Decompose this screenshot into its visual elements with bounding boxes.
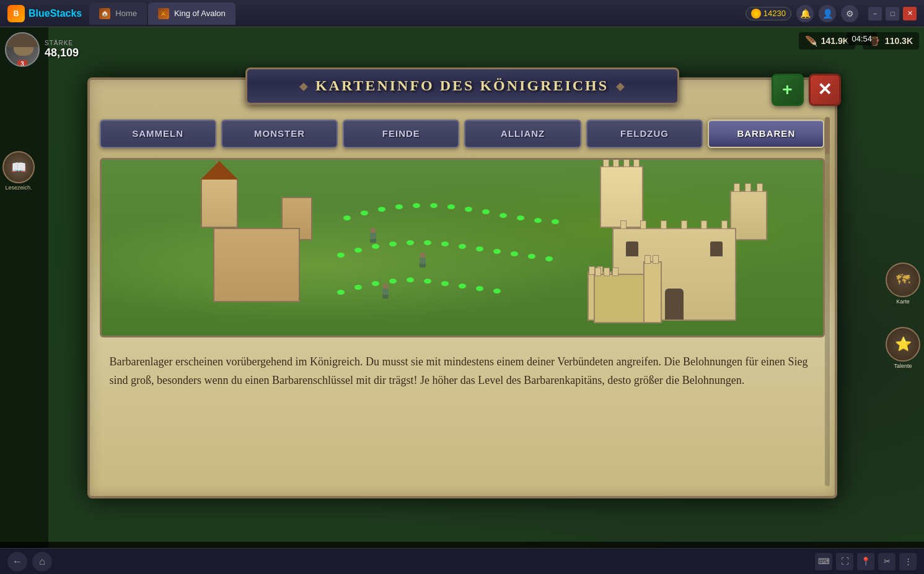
dot-9 bbox=[482, 209, 490, 214]
more-button[interactable]: ⋮ bbox=[899, 553, 917, 570]
fullscreen-button[interactable]: ⛶ bbox=[836, 553, 853, 570]
close-button[interactable]: ✕ bbox=[903, 7, 917, 20]
dot-16 bbox=[372, 244, 379, 249]
battlement bbox=[633, 159, 640, 167]
dot-29 bbox=[372, 281, 379, 286]
minimize-button[interactable]: − bbox=[868, 7, 882, 20]
dot-34 bbox=[459, 284, 466, 289]
dot-7 bbox=[447, 204, 455, 209]
app-name: BlueStacks bbox=[29, 8, 82, 19]
dot-23 bbox=[493, 249, 501, 254]
castle-left-tower bbox=[201, 178, 238, 228]
tab-barbaren[interactable]: BARBAREN bbox=[708, 120, 824, 148]
modal-close-button[interactable]: ✕ bbox=[809, 74, 841, 106]
dot-4 bbox=[395, 204, 403, 209]
dot-22 bbox=[476, 246, 483, 251]
coin-icon bbox=[751, 9, 761, 19]
description-text: Barbarenlager erscheinen vorübergehend i… bbox=[110, 352, 815, 390]
dot-27 bbox=[337, 290, 345, 295]
coins-value: 14230 bbox=[763, 9, 786, 18]
outpost bbox=[587, 249, 662, 323]
dot-31 bbox=[407, 277, 414, 282]
modal-title-banner: KARTENINFO DES KÖNIGREICHS bbox=[245, 67, 679, 105]
dot-33 bbox=[441, 281, 449, 286]
battlement bbox=[721, 220, 728, 229]
modal-plus-button[interactable]: + bbox=[772, 74, 804, 106]
battlement bbox=[612, 267, 618, 276]
scrollbar-thumb[interactable] bbox=[825, 117, 830, 154]
dot-3 bbox=[378, 207, 385, 212]
battlement bbox=[757, 183, 763, 192]
dot-20 bbox=[441, 241, 449, 246]
battlement bbox=[653, 255, 659, 264]
dot-19 bbox=[424, 240, 431, 245]
dot-15 bbox=[354, 248, 362, 253]
game-area: 3 STÄRKE 48,109 🪶 141.9K 🪵 110.3K 04:54 … bbox=[0, 27, 924, 574]
soldier bbox=[381, 284, 390, 298]
window-controls: − □ ✕ bbox=[868, 7, 917, 20]
dot-8 bbox=[465, 207, 472, 212]
battlement bbox=[603, 159, 609, 167]
battlement bbox=[661, 220, 667, 229]
battlement bbox=[620, 220, 627, 229]
dot-25 bbox=[528, 254, 535, 259]
tab-feldzug[interactable]: FELDZUG bbox=[586, 120, 703, 148]
battlement bbox=[595, 267, 601, 276]
topbar-right: 14230 🔔 👤 ⚙ − □ ✕ bbox=[738, 5, 924, 22]
tab-home-label: Home bbox=[115, 9, 137, 18]
troops-area bbox=[331, 197, 604, 333]
notifications-button[interactable]: 🔔 bbox=[796, 5, 814, 22]
modal-overlay: KARTENINFO DES KÖNIGREICHS ✕ + SAMMELN M… bbox=[0, 27, 924, 548]
castle-left bbox=[195, 191, 319, 315]
back-button[interactable]: ← bbox=[7, 552, 27, 572]
battlement bbox=[604, 267, 610, 276]
dot-5 bbox=[413, 203, 420, 208]
castle-door bbox=[665, 289, 684, 320]
tab-feinde[interactable]: FEINDE bbox=[343, 120, 459, 148]
battlement bbox=[645, 255, 651, 264]
tab-allianz[interactable]: ALLIANZ bbox=[464, 120, 581, 148]
modal-description: Barbarenlager erscheinen vorübergehend i… bbox=[100, 347, 825, 395]
modal: KARTENINFO DES KÖNIGREICHS ✕ + SAMMELN M… bbox=[87, 77, 837, 498]
tab-sammeln[interactable]: SAMMELN bbox=[100, 120, 216, 148]
soldier bbox=[368, 228, 378, 243]
coins-display: 14230 bbox=[746, 7, 791, 20]
tab-game[interactable]: ⚔ King of Avalon bbox=[148, 2, 235, 25]
battlement bbox=[623, 159, 630, 167]
modal-image-area bbox=[100, 158, 825, 337]
dot-30 bbox=[389, 279, 397, 284]
dot-2 bbox=[361, 211, 368, 215]
modal-scrollbar[interactable] bbox=[825, 117, 830, 486]
dot-32 bbox=[424, 279, 431, 284]
dot-18 bbox=[407, 240, 414, 245]
dot-28 bbox=[354, 285, 362, 290]
keyboard-button[interactable]: ⌨ bbox=[815, 553, 832, 570]
soldier bbox=[418, 253, 428, 267]
taskbar-right: ⌨ ⛶ 📍 ✂ ⋮ bbox=[815, 553, 917, 570]
modal-title: KARTENINFO DES KÖNIGREICHS bbox=[315, 77, 609, 94]
home-button[interactable]: ⌂ bbox=[32, 552, 52, 572]
profile-button[interactable]: 👤 bbox=[819, 5, 836, 22]
tab-home[interactable]: 🏠 Home bbox=[89, 2, 147, 25]
dot-24 bbox=[511, 251, 518, 256]
tab-monster[interactable]: MONSTER bbox=[221, 120, 338, 148]
castle-right-tower1 bbox=[600, 166, 643, 228]
castle-left-roof bbox=[201, 161, 238, 180]
castle-left-main bbox=[213, 228, 300, 302]
topbar: B BlueStacks 🏠 Home ⚔ King of Avalon 142… bbox=[0, 0, 924, 27]
modal-tabs: SAMMELN MONSTER FEINDE ALLIANZ FELDZUG B… bbox=[100, 120, 825, 148]
castle-left-flag bbox=[216, 158, 218, 163]
dot-6 bbox=[430, 203, 438, 208]
dot-36 bbox=[493, 289, 501, 294]
app-logo: B BlueStacks bbox=[0, 5, 89, 22]
dot-26 bbox=[545, 256, 553, 261]
settings-button[interactable]: ⚙ bbox=[841, 5, 858, 22]
location-button[interactable]: 📍 bbox=[857, 553, 874, 570]
battlement bbox=[640, 220, 646, 229]
dot-21 bbox=[459, 244, 466, 249]
screenshot-button[interactable]: ✂ bbox=[878, 553, 895, 570]
maximize-button[interactable]: □ bbox=[886, 7, 899, 20]
tab-game-icon: ⚔ bbox=[158, 8, 169, 19]
castle-window2 bbox=[710, 241, 723, 256]
bs-taskbar: ← ⌂ ⌨ ⛶ 📍 ✂ ⋮ bbox=[0, 548, 924, 574]
